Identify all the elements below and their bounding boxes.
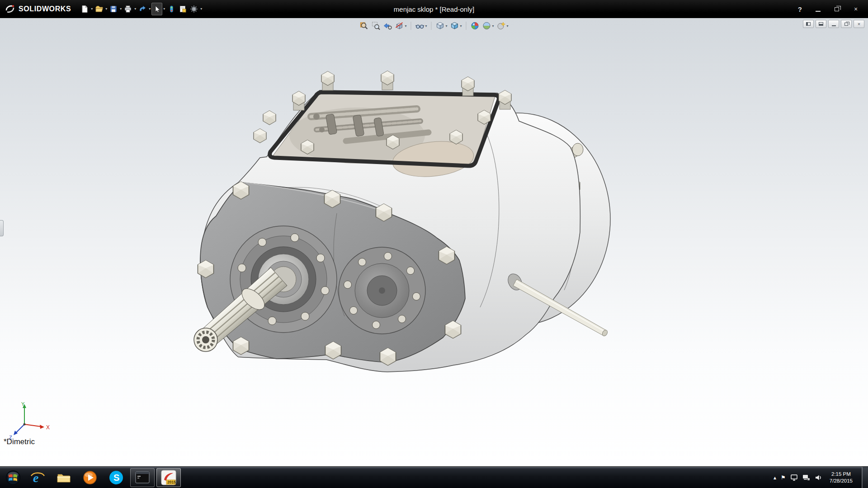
solidworks-logo: SOLIDWORKS — [0, 4, 79, 14]
apply-scene-button[interactable]: ▾ — [482, 21, 495, 31]
new-document-button[interactable] — [79, 3, 90, 15]
select-dropdown[interactable]: ▾ — [163, 7, 165, 11]
view-settings-button[interactable]: ▾ — [496, 21, 509, 31]
command-prompt-icon — [135, 470, 150, 485]
volume-icon[interactable] — [815, 474, 822, 481]
document-restore-button[interactable] — [841, 20, 852, 28]
undo-button[interactable] — [137, 3, 148, 15]
save-dropdown[interactable]: ▾ — [119, 7, 122, 11]
select-button[interactable] — [151, 3, 162, 15]
orientation-triad: Y X Z — [7, 399, 57, 440]
taskbar-item-skype[interactable]: S — [104, 468, 128, 487]
apply-scene-dropdown[interactable]: ▾ — [492, 24, 494, 28]
display-style-dropdown[interactable]: ▾ — [460, 24, 462, 28]
logo-text: SOLIDWORKS — [19, 5, 71, 13]
pc-display-icon[interactable] — [790, 474, 798, 481]
toolbar-separator — [410, 22, 411, 30]
undo-icon — [138, 5, 146, 13]
triad-x-label: X — [46, 424, 50, 431]
zoom-to-fit-icon — [359, 21, 368, 30]
media-player-icon — [82, 470, 98, 485]
print-icon — [124, 5, 132, 13]
heads-up-view-toolbar: ▾ ▾ ▾ ▾ — [359, 21, 509, 31]
pane-icon — [806, 22, 811, 26]
window-minimize-button[interactable] — [812, 5, 824, 13]
section-view-icon — [395, 21, 404, 30]
minimize-icon — [832, 25, 836, 26]
view-orientation-icon — [435, 21, 444, 30]
document-window-controls: × — [803, 20, 864, 28]
graphics-viewport[interactable]: ▾ ▾ ▾ ▾ — [0, 18, 868, 466]
save-button[interactable] — [108, 3, 119, 15]
taskbar-item-solidworks[interactable]: 2015 — [156, 468, 181, 487]
gearbox-model[interactable] — [0, 18, 868, 466]
internet-explorer-icon: e — [30, 470, 45, 485]
window-restore-button[interactable] — [831, 5, 843, 13]
print-dropdown[interactable]: ▾ — [134, 7, 137, 11]
display-style-button[interactable]: ▾ — [450, 21, 462, 31]
window-controls: ? × — [795, 5, 868, 14]
undo-dropdown[interactable]: ▾ — [148, 7, 151, 11]
show-desktop-button[interactable] — [862, 467, 868, 488]
view-settings-icon — [497, 21, 506, 30]
svg-text:S: S — [113, 473, 119, 483]
split-pane-button[interactable] — [816, 20, 826, 28]
file-properties-button[interactable] — [177, 3, 188, 15]
start-button[interactable] — [3, 467, 24, 488]
action-center-flag-icon[interactable]: ⚑ — [781, 475, 786, 480]
window-close-button[interactable]: × — [850, 5, 862, 13]
taskbar: e S — [0, 466, 868, 488]
rebuild-button[interactable] — [166, 3, 177, 15]
new-document-icon — [80, 5, 89, 13]
open-dropdown[interactable]: ▾ — [105, 7, 108, 11]
restore-icon — [835, 7, 839, 11]
rebuild-icon — [167, 5, 175, 13]
edit-appearance-button[interactable] — [470, 21, 480, 31]
taskbar-items: e S — [25, 468, 181, 487]
output-bearing-cover[interactable] — [339, 247, 425, 334]
display-icon — [790, 474, 798, 481]
hide-show-items-button[interactable]: ▾ — [415, 21, 427, 31]
taskbar-item-command-prompt[interactable] — [130, 468, 155, 487]
taskbar-item-windows-explorer[interactable] — [52, 468, 76, 487]
view-orientation-button[interactable]: ▾ — [435, 21, 448, 31]
clock-date: 7/28/2015 — [830, 478, 853, 484]
section-view-button[interactable]: ▾ — [394, 21, 407, 31]
open-button[interactable] — [94, 3, 104, 15]
view-orientation-label: *Dimetric — [4, 437, 35, 446]
options-gear-icon — [190, 5, 198, 13]
featuremanager-flyout-tab[interactable] — [0, 220, 4, 236]
section-view-dropdown[interactable]: ▾ — [405, 24, 406, 28]
solidworks-year-badge: 2015 — [167, 480, 176, 484]
zoom-to-area-button[interactable] — [371, 21, 381, 31]
split-pane-icon — [819, 22, 823, 26]
folder-icon — [56, 470, 71, 485]
select-pane-button[interactable] — [803, 20, 814, 28]
document-minimize-button[interactable] — [828, 20, 839, 28]
solidworks-app-icon: 2015 — [161, 470, 176, 485]
hide-show-items-dropdown[interactable]: ▾ — [425, 24, 427, 28]
solidworks-logo-icon — [5, 4, 15, 14]
view-settings-dropdown[interactable]: ▾ — [507, 24, 509, 28]
apply-scene-icon — [482, 21, 491, 30]
document-close-button[interactable]: × — [854, 20, 864, 28]
previous-view-icon — [383, 21, 392, 30]
show-hidden-icons-button[interactable]: ▴ — [774, 475, 776, 480]
zoom-to-fit-button[interactable] — [359, 21, 369, 31]
options-dropdown[interactable]: ▾ — [200, 7, 203, 11]
speaker-icon — [815, 474, 822, 481]
network-icon[interactable] — [802, 474, 810, 481]
hide-show-items-icon — [415, 21, 424, 30]
taskbar-item-media-player[interactable] — [78, 468, 102, 487]
main-toolbar: ▾ ▾ ▾ ▾ ▾ ▾ — [79, 3, 203, 15]
toolbar-separator — [431, 22, 431, 30]
taskbar-clock[interactable]: 2:15 PM 7/28/2015 — [827, 471, 855, 484]
previous-view-button[interactable] — [382, 21, 392, 31]
taskbar-item-internet-explorer[interactable]: e — [25, 468, 50, 487]
view-orientation-dropdown[interactable]: ▾ — [445, 24, 447, 28]
options-button[interactable] — [189, 3, 199, 15]
display-style-icon — [450, 21, 459, 30]
print-button[interactable] — [123, 3, 133, 15]
new-document-dropdown[interactable]: ▾ — [90, 7, 93, 11]
help-button[interactable]: ? — [795, 5, 805, 14]
